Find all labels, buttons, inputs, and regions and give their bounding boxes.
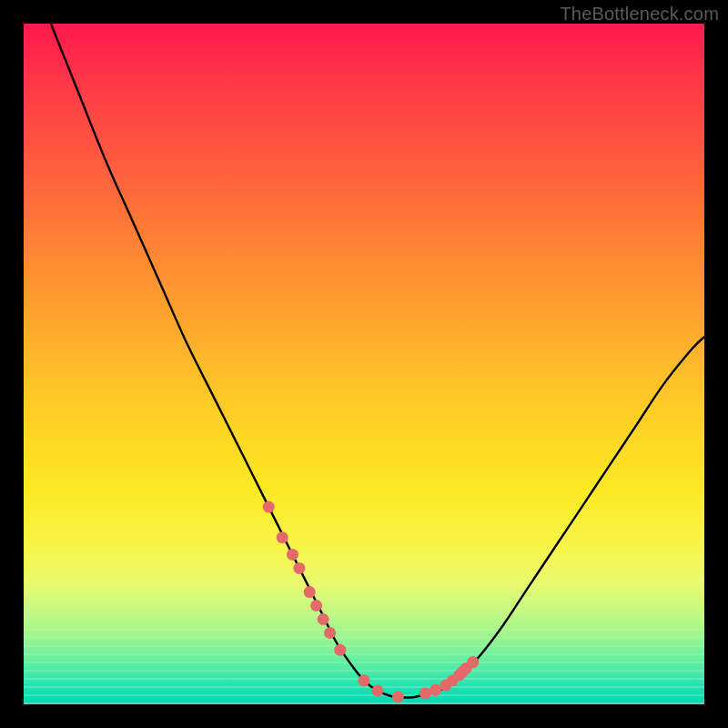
marker-point (359, 674, 370, 686)
marker-point (318, 613, 329, 625)
marker-point (293, 562, 305, 574)
marker-point (277, 531, 288, 543)
chart-frame: TheBottleneck.com (0, 0, 728, 728)
marker-point (392, 691, 404, 703)
marker-point (334, 644, 346, 656)
bottleneck-curve (51, 24, 704, 698)
highlight-markers (263, 501, 479, 703)
marker-point (310, 600, 322, 612)
marker-point (420, 688, 431, 700)
plot-area (24, 24, 704, 704)
marker-point (263, 501, 275, 513)
marker-point (287, 549, 298, 561)
marker-point (304, 586, 316, 598)
marker-point (372, 685, 384, 697)
curve-svg (24, 24, 704, 704)
marker-point (324, 627, 336, 639)
marker-point (430, 684, 441, 696)
marker-point (467, 656, 479, 668)
watermark-label: TheBottleneck.com (560, 4, 719, 25)
